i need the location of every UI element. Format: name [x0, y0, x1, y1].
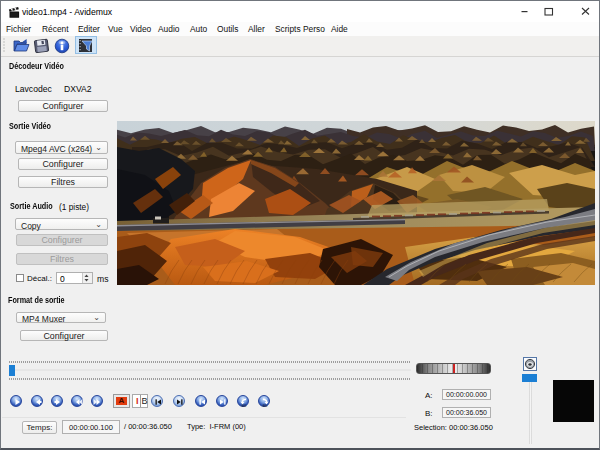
svg-text:60: 60	[241, 403, 246, 408]
svg-text:60: 60	[262, 403, 267, 408]
